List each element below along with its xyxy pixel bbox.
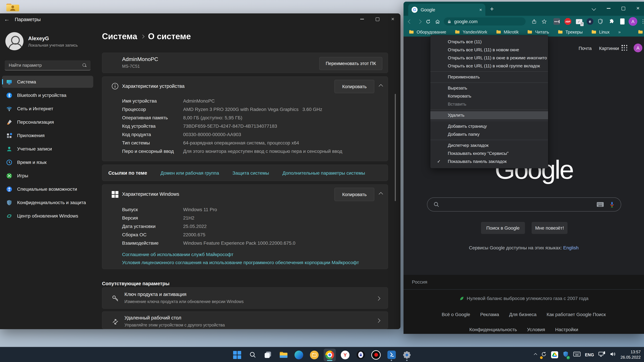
images-link[interactable]: Картинки <box>599 45 619 51</box>
tray-google-drive-icon[interactable] <box>551 351 558 358</box>
footer-link-settings[interactable]: Настройки <box>555 327 578 332</box>
settings-back-button[interactable]: ← <box>4 13 10 25</box>
close-button[interactable]: × <box>385 13 400 25</box>
other-bookmarks[interactable]: Другие закладки <box>638 29 644 34</box>
chrome-close-button[interactable]: × <box>632 4 644 12</box>
bookmarks-overflow-icon[interactable]: » <box>618 29 620 34</box>
menu-item-show-bookmarks-bar[interactable]: ✓ Показывать панель закладок <box>430 158 548 166</box>
taskbar-clock[interactable]: 13:57 26.05.2022 <box>620 350 641 360</box>
sidebar-item-accessibility[interactable]: Специальные возможности <box>2 183 93 195</box>
link-system-protection[interactable]: Защита системы <box>232 170 269 175</box>
sidebar-item-privacy[interactable]: Конфиденциальность и защита <box>2 196 93 209</box>
google-account-avatar[interactable]: A <box>634 43 642 52</box>
footer-link-business[interactable]: Для бизнеса <box>509 312 536 317</box>
sidebar-item-gaming[interactable]: Игры <box>2 170 93 182</box>
sidebar-item-system[interactable]: Система <box>2 76 93 88</box>
bookmark-folder[interactable]: Трекеры <box>558 29 583 34</box>
menu-item-show-services-button[interactable]: Показывать кнопку "Сервисы" <box>430 149 548 158</box>
tab-close-icon[interactable]: × <box>479 7 482 12</box>
home-icon[interactable] <box>434 16 441 27</box>
link-domain-workgroup[interactable]: Домен или рабочая группа <box>160 170 219 175</box>
menu-item-rename[interactable]: Переименовать <box>430 73 548 81</box>
settings-taskbar-button[interactable] <box>401 349 413 361</box>
sidebar-item-bluetooth[interactable]: Bluetooth и устройства <box>2 89 93 101</box>
chrome-maximize-button[interactable] <box>617 4 629 12</box>
link-license-terms[interactable]: Условия лицензионного соглашения на испо… <box>122 260 359 265</box>
settings-search-input[interactable]: Найти параметр <box>5 60 90 70</box>
footer-link-how-search-works[interactable]: Как работает Google Поиск <box>546 312 606 317</box>
keyboard-icon[interactable] <box>597 202 604 207</box>
bookmark-folder[interactable]: Читать <box>528 29 549 34</box>
menu-item-cut[interactable]: Вырезать <box>430 84 548 92</box>
tray-defender-icon[interactable]: ✓ <box>562 351 569 359</box>
folder-shortcut-button[interactable] <box>308 349 320 361</box>
menu-item-copy[interactable]: Копировать <box>430 92 548 100</box>
tray-volume-icon[interactable] <box>610 352 616 358</box>
sidebar-item-apps[interactable]: Приложения <box>2 129 93 141</box>
minimize-button[interactable] <box>354 13 370 25</box>
maximize-button[interactable] <box>370 13 385 25</box>
google-search-box[interactable] <box>427 197 621 212</box>
start-button[interactable] <box>231 349 243 361</box>
copy-device-specs-button[interactable]: Копировать <box>334 80 374 93</box>
footer-link-about[interactable]: Всё о Google <box>442 312 470 317</box>
settings-scrollbar[interactable] <box>395 94 396 201</box>
breadcrumb-root[interactable]: Система <box>102 31 137 41</box>
taskbar-search-button[interactable] <box>246 349 258 361</box>
link-services-agreement[interactable]: Соглашение об использовании служб Майкро… <box>122 252 234 257</box>
remote-desktop-card[interactable]: Удаленный рабочий стол Управляйте этим у… <box>102 311 388 329</box>
link-advanced-system-settings[interactable]: Дополнительные параметры системы <box>282 170 365 175</box>
tray-touch-keyboard-icon[interactable] <box>573 352 580 358</box>
google-apps-icon[interactable] <box>622 45 628 51</box>
reload-icon[interactable] <box>424 16 432 27</box>
menu-item-bookmark-manager[interactable]: Диспетчер закладок <box>430 141 548 149</box>
ext-password-manager-icon[interactable] <box>553 16 560 27</box>
task-view-button[interactable] <box>262 349 274 361</box>
forward-icon[interactable] <box>416 16 423 27</box>
bookmark-folder[interactable]: Mikrotik <box>496 29 519 34</box>
sidebar-item-windows-update[interactable]: Центр обновления Windows <box>2 210 93 222</box>
sidebar-item-accounts[interactable]: Учетные записи <box>2 143 93 155</box>
powershell-button[interactable] <box>386 349 398 361</box>
footer-link-privacy[interactable]: Конфиденциальность <box>469 327 517 332</box>
menu-item-open-all[interactable]: Открыть все (11) <box>430 38 548 46</box>
language-link-english[interactable]: English <box>563 245 578 250</box>
menu-item-open-all-new-window[interactable]: Открыть все URL (11) в новом окне <box>430 46 548 54</box>
address-bar[interactable]: google.com <box>444 17 526 25</box>
ext-adblock-plus-icon[interactable]: ABP <box>564 16 572 27</box>
ext-vpn-shield-icon[interactable] <box>597 16 604 27</box>
menu-item-open-all-incognito[interactable]: Открыть все URL (11) в окне в режиме инк… <box>430 54 548 62</box>
browser-menu-kebab-icon[interactable]: ⋮ <box>639 16 644 27</box>
ext-mail-checker-icon[interactable]: ✓ ? <box>575 16 582 27</box>
collapse-chevron-icon[interactable] <box>379 84 383 88</box>
share-icon[interactable] <box>530 16 538 27</box>
tray-sync-icon[interactable] <box>541 351 547 358</box>
recorder-button[interactable] <box>370 349 382 361</box>
footer-carbon-line[interactable]: Нулевой баланс выбросов углекислого газа… <box>404 296 644 301</box>
bookmark-folder[interactable]: Linux <box>591 29 610 34</box>
footer-link-terms[interactable]: Условия <box>527 327 545 332</box>
file-explorer-button[interactable] <box>278 349 290 361</box>
avatar[interactable] <box>5 32 24 50</box>
new-tab-button[interactable]: + <box>490 6 494 12</box>
google-search-button[interactable]: Поиск в Google <box>481 222 525 234</box>
product-key-card[interactable]: Ключ продукта и активация Изменение ключ… <box>102 287 388 309</box>
collapse-chevron-icon[interactable] <box>379 192 383 196</box>
gmail-link[interactable]: Почта <box>578 45 592 51</box>
bookmark-folder[interactable]: YandexWork <box>455 29 487 34</box>
menu-item-add-page[interactable]: Добавить страницу <box>430 122 548 130</box>
ext-e-icon[interactable]: e <box>586 16 594 27</box>
chrome-taskbar-button[interactable] <box>324 349 336 361</box>
yandex-browser-button[interactable]: Y <box>339 349 351 361</box>
chrome-minimize-button[interactable] <box>602 4 614 12</box>
keepass-button[interactable] <box>354 349 366 361</box>
menu-item-add-folder[interactable]: Добавить папку <box>430 130 548 138</box>
sidebar-item-time-language[interactable]: Время и язык <box>2 156 93 168</box>
back-icon[interactable] <box>406 16 414 27</box>
bookmark-star-icon[interactable] <box>540 16 548 27</box>
browser-profile-avatar[interactable]: A <box>628 17 637 26</box>
mic-icon[interactable] <box>609 201 615 208</box>
tab-search-button[interactable] <box>588 4 600 12</box>
bookmark-folder[interactable]: Оборудование <box>409 29 446 34</box>
hidden-icons-chevron[interactable] <box>534 353 537 357</box>
